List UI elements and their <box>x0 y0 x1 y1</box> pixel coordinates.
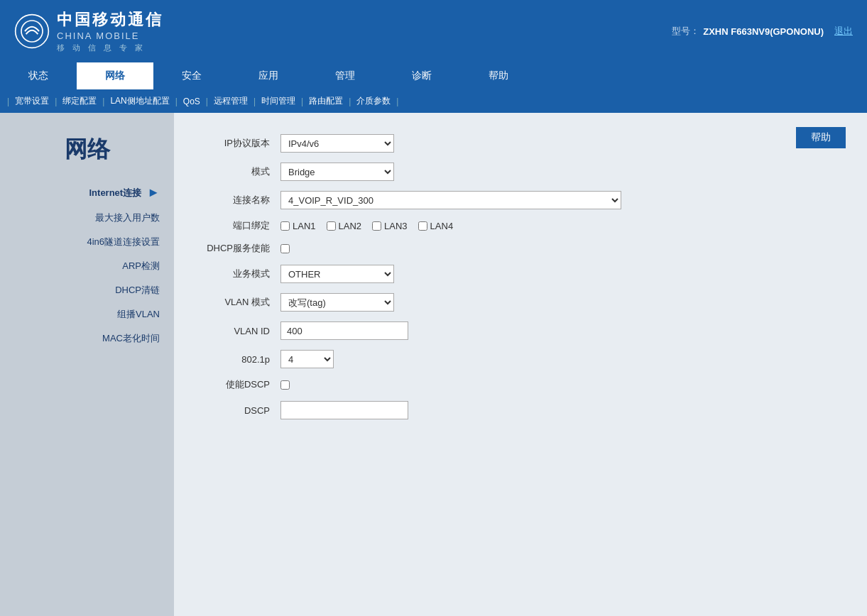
logo-area <box>14 13 50 49</box>
logo-slogan: 移 动 信 息 专 家 <box>57 43 163 53</box>
ip-protocol-select[interactable]: IPv4 IPv6 IPv4/v6 <box>280 134 394 153</box>
subnav-remote-manage[interactable]: 远程管理 <box>208 94 253 109</box>
sidebar-item-multicast-vlan[interactable]: 组播VLAN <box>0 302 174 326</box>
subnav-qos[interactable]: QoS <box>178 95 206 108</box>
sidebar: 网络 Internet连接 ► 最大接入用户数 4in6隧道连接设置 ARP检测… <box>0 113 174 616</box>
sidebar-item-dhcp-clear-label: DHCP清链 <box>115 284 160 297</box>
dscp-enable-checkbox[interactable] <box>280 380 290 390</box>
help-button[interactable]: 帮助 <box>796 127 846 148</box>
nav-tab-network[interactable]: 网络 <box>77 62 153 89</box>
vlan-mode-select[interactable]: 改写(tag) 透传 不处理 <box>280 293 394 312</box>
ip-protocol-control: IPv4 IPv6 IPv4/v6 <box>280 134 394 153</box>
mode-label: 模式 <box>195 165 280 178</box>
connection-name-select[interactable]: 4_VOIP_R_VID_300 <box>280 191 621 209</box>
mode-row: 模式 Bridge Route <box>195 163 846 181</box>
dot1p-label: 802.1p <box>195 354 280 365</box>
sidebar-item-max-users-label: 最大接入用户数 <box>95 211 160 224</box>
vlan-id-control <box>280 321 408 340</box>
business-mode-select[interactable]: OTHER INTERNET VOIP IPTV <box>280 265 394 283</box>
top-right: 型号： ZXHN F663NV9(GPONONU) 退出 <box>672 25 853 38</box>
lan3-label: LAN3 <box>384 221 408 231</box>
port-bind-lan1: LAN1 <box>280 221 316 231</box>
vlan-mode-row: VLAN 模式 改写(tag) 透传 不处理 <box>195 293 846 312</box>
dscp-input[interactable] <box>280 401 408 419</box>
subnav-routing[interactable]: 路由配置 <box>303 94 349 109</box>
lan1-label: LAN1 <box>293 221 316 231</box>
content-wrapper: 网络 Internet连接 ► 最大接入用户数 4in6隧道连接设置 ARP检测… <box>0 113 867 616</box>
subnav-time-manage[interactable]: 时间管理 <box>256 94 301 109</box>
logo-svg <box>14 13 50 49</box>
port-bind-lan2: LAN2 <box>327 221 362 231</box>
main-nav: 状态 网络 安全 应用 管理 诊断 帮助 <box>0 62 867 89</box>
lan2-label: LAN2 <box>339 221 362 231</box>
sidebar-title: 网络 <box>0 127 174 180</box>
logout-link[interactable]: 退出 <box>834 25 853 38</box>
mode-select[interactable]: Bridge Route <box>280 163 394 181</box>
dot1p-row: 802.1p 0 1 2 3 4 5 6 7 <box>195 350 846 368</box>
subnav-lan-ip[interactable]: LAN侧地址配置 <box>104 94 175 109</box>
nav-tab-diagnose[interactable]: 诊断 <box>383 62 460 89</box>
business-mode-label: 业务模式 <box>195 268 280 280</box>
nav-tab-manage[interactable]: 管理 <box>307 62 383 89</box>
dhcp-service-row: DHCP服务使能 <box>195 242 846 255</box>
lan4-label: LAN4 <box>430 221 454 231</box>
sidebar-item-arp-label: ARP检测 <box>122 260 160 273</box>
model-value: ZXHN F663NV9(GPONONU) <box>703 26 824 37</box>
connection-name-row: 连接名称 4_VOIP_R_VID_300 <box>195 191 846 209</box>
sidebar-item-dhcp-clear[interactable]: DHCP清链 <box>0 278 174 302</box>
dot1p-control: 0 1 2 3 4 5 6 7 <box>280 350 334 368</box>
logo-english: CHINA MOBILE <box>57 31 163 41</box>
vlan-id-row: VLAN ID <box>195 321 846 340</box>
subnav-binding[interactable]: 绑定配置 <box>57 94 102 109</box>
connection-name-label: 连接名称 <box>195 194 280 207</box>
dscp-label: DSCP <box>195 405 280 416</box>
lan2-checkbox[interactable] <box>327 221 336 231</box>
sidebar-item-internet[interactable]: Internet连接 ► <box>0 180 174 206</box>
dot1p-select[interactable]: 0 1 2 3 4 5 6 7 <box>280 350 334 368</box>
sidebar-item-max-users[interactable]: 最大接入用户数 <box>0 206 174 230</box>
port-bind-lan4: LAN4 <box>418 221 454 231</box>
main-content: 帮助 IP协议版本 IPv4 IPv6 IPv4/v6 模式 Br <box>174 113 867 616</box>
dscp-enable-row: 使能DSCP <box>195 378 846 391</box>
business-mode-control: OTHER INTERNET VOIP IPTV <box>280 265 394 283</box>
form-section: IP协议版本 IPv4 IPv6 IPv4/v6 模式 Bridge Route <box>195 127 846 436</box>
lan4-checkbox[interactable] <box>418 221 427 231</box>
svg-point-0 <box>16 15 49 48</box>
ip-protocol-label: IP协议版本 <box>195 137 280 150</box>
dhcp-service-control <box>280 244 290 253</box>
vlan-mode-control: 改写(tag) 透传 不处理 <box>280 293 394 312</box>
sidebar-item-mac-age[interactable]: MAC老化时间 <box>0 326 174 351</box>
sidebar-item-arp[interactable]: ARP检测 <box>0 254 174 278</box>
port-bind-row: 端口绑定 LAN1 LAN2 LAN3 <box>195 219 846 232</box>
ip-protocol-row: IP协议版本 IPv4 IPv6 IPv4/v6 <box>195 134 846 153</box>
vlan-mode-label: VLAN 模式 <box>195 296 280 309</box>
dhcp-service-checkbox[interactable] <box>280 244 290 253</box>
subnav-broadband[interactable]: 宽带设置 <box>9 94 55 109</box>
vlan-id-input[interactable] <box>280 321 408 340</box>
sidebar-item-mac-age-label: MAC老化时间 <box>102 332 160 345</box>
sidebar-item-multicast-vlan-label: 组播VLAN <box>117 308 160 321</box>
logo-chinese: 中国移动通信 <box>57 9 163 31</box>
lan3-checkbox[interactable] <box>372 221 381 231</box>
sidebar-item-internet-label: Internet连接 <box>89 187 142 199</box>
nav-tab-help[interactable]: 帮助 <box>460 62 537 89</box>
lan1-checkbox[interactable] <box>280 221 290 231</box>
nav-tab-apps[interactable]: 应用 <box>230 62 307 89</box>
sidebar-item-4in6[interactable]: 4in6隧道连接设置 <box>0 230 174 254</box>
nav-tab-status[interactable]: 状态 <box>0 62 77 89</box>
sidebar-item-4in6-label: 4in6隧道连接设置 <box>87 236 160 248</box>
business-mode-row: 业务模式 OTHER INTERNET VOIP IPTV <box>195 265 846 283</box>
subnav-media-params[interactable]: 介质参数 <box>351 94 396 109</box>
dscp-row: DSCP <box>195 401 846 419</box>
sub-nav: | 宽带设置 | 绑定配置 | LAN侧地址配置 | QoS | 远程管理 | … <box>0 89 867 113</box>
connection-name-control: 4_VOIP_R_VID_300 <box>280 191 621 209</box>
port-bind-control: LAN1 LAN2 LAN3 LAN4 <box>280 221 464 231</box>
model-label: 型号： <box>672 25 699 38</box>
vlan-id-label: VLAN ID <box>195 326 280 336</box>
dscp-control <box>280 401 408 419</box>
mode-control: Bridge Route <box>280 163 394 181</box>
port-bind-label: 端口绑定 <box>195 219 280 232</box>
dscp-enable-label: 使能DSCP <box>195 378 280 391</box>
dhcp-service-label: DHCP服务使能 <box>195 242 280 255</box>
nav-tab-security[interactable]: 安全 <box>153 62 230 89</box>
